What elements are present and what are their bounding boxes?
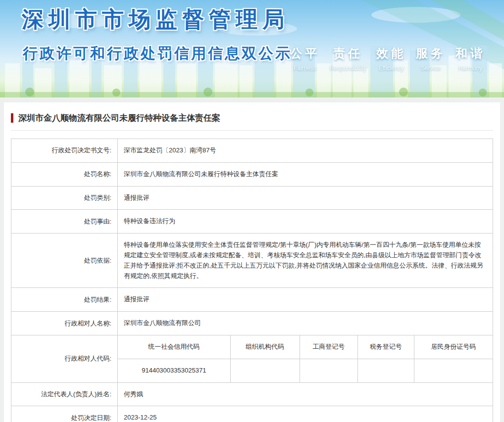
slogan-cn: 效能 bbox=[376, 46, 406, 61]
site-subtitle: 行政许可和行政处罚信用信息双公示 bbox=[23, 44, 292, 64]
code-header-tax: 税务登记号 bbox=[357, 335, 414, 359]
slogan-en: Fairness bbox=[290, 65, 320, 72]
slogan-cn: 责任 bbox=[330, 46, 366, 61]
page-title: 深圳市金八顺物流有限公司未履行特种设备主体责任案 bbox=[18, 112, 220, 124]
field-value: 特种设备使用单位落实使用安全主体责任监督管理规定/第十章场(厂)内专用机动车辆/… bbox=[118, 234, 493, 288]
slogan-item: 效能 Efficiency bbox=[376, 46, 406, 72]
slogan-cn: 公平 bbox=[290, 46, 320, 61]
party-codes-cell: 统一社会信用代码 组织机构代码 工商登记号 税务登记号 居民身份证号码 9144… bbox=[118, 335, 493, 382]
field-label: 处罚名称: bbox=[11, 162, 118, 186]
field-label: 处罚决定日期: bbox=[11, 406, 118, 422]
code-value-business bbox=[300, 359, 357, 382]
field-label: 处罚类别: bbox=[11, 186, 118, 210]
field-label: 行政处罚决定书文号: bbox=[11, 139, 118, 163]
slogan-item: 服务 Service bbox=[416, 46, 446, 72]
field-label: 行政相对人名称: bbox=[11, 312, 118, 335]
field-value: 2023-12-25 bbox=[118, 406, 493, 422]
code-value-credit: 914403003353025371 bbox=[118, 359, 230, 382]
codes-value-row: 914403003353025371 bbox=[118, 359, 493, 382]
table-row-penalty-result: 处罚结果: 通报批评 bbox=[11, 288, 493, 312]
code-value-org bbox=[230, 359, 300, 382]
table-row-party-name: 行政相对人名称: 深圳市金八顺物流有限公司 bbox=[11, 312, 493, 335]
content-panel: 深圳市金八顺物流有限公司未履行特种设备主体责任案 行政处罚决定书文号: 深市监龙… bbox=[4, 102, 500, 422]
field-label: 处罚依据: bbox=[11, 234, 118, 288]
table-row-decision-doc-no: 行政处罚决定书文号: 深市监龙处罚〔2023〕南湾87号 bbox=[11, 139, 493, 163]
slogan-cn: 服务 bbox=[416, 46, 446, 61]
slogan-en: Harmony bbox=[455, 65, 485, 72]
code-header-credit: 统一社会信用代码 bbox=[118, 335, 230, 359]
table-row-legal-rep: 法定代表人(负责人)姓名: 何秀娥 bbox=[11, 382, 493, 406]
table-row-decision-date: 处罚决定日期: 2023-12-25 bbox=[11, 406, 493, 422]
table-row-penalty-reason: 处罚事由: 特种设备违法行为 bbox=[11, 210, 493, 234]
code-value-id bbox=[414, 359, 493, 382]
party-codes-table: 统一社会信用代码 组织机构代码 工商登记号 税务登记号 居民身份证号码 9144… bbox=[118, 335, 493, 382]
field-label: 处罚事由: bbox=[11, 210, 118, 234]
slogan-en: Responsibility bbox=[330, 65, 366, 72]
field-value: 通报批评 bbox=[118, 288, 493, 312]
code-header-id: 居民身份证号码 bbox=[414, 335, 493, 359]
title-accent-bar bbox=[11, 113, 13, 123]
codes-header-row: 统一社会信用代码 组织机构代码 工商登记号 税务登记号 居民身份证号码 bbox=[118, 335, 493, 359]
field-label: 处罚结果: bbox=[11, 288, 118, 312]
field-value: 深圳市金八顺物流有限公司未履行特种设备主体责任案 bbox=[118, 162, 493, 186]
slogan-en: Efficiency bbox=[376, 65, 406, 72]
slogan-cn: 和谐 bbox=[455, 46, 485, 61]
table-row-penalty-category: 处罚类别: 通报批评 bbox=[11, 186, 493, 210]
table-row-penalty-basis: 处罚依据: 特种设备使用单位落实使用安全主体责任监督管理规定/第十章场(厂)内专… bbox=[11, 234, 493, 288]
field-label: 行政相对人代码: bbox=[11, 335, 118, 382]
site-banner: 深圳市市场监督管理局 行政许可和行政处罚信用信息双公示 公平 Fairness … bbox=[0, 0, 504, 97]
code-value-tax bbox=[357, 359, 414, 382]
slogan-group: 公平 Fairness 责任 Responsibility 效能 Efficie… bbox=[290, 46, 485, 72]
code-header-business: 工商登记号 bbox=[300, 335, 357, 359]
site-title: 深圳市市场监督管理局 bbox=[22, 5, 289, 34]
field-value: 通报批评 bbox=[118, 186, 493, 210]
field-value: 何秀娥 bbox=[118, 382, 493, 406]
page-title-bar: 深圳市金八顺物流有限公司未履行特种设备主体责任案 bbox=[11, 112, 493, 131]
slogan-item: 责任 Responsibility bbox=[330, 46, 366, 72]
code-header-org: 组织机构代码 bbox=[230, 335, 300, 359]
field-label: 法定代表人(负责人)姓名: bbox=[11, 382, 118, 406]
field-value: 特种设备违法行为 bbox=[118, 210, 493, 234]
field-value: 深圳市金八顺物流有限公司 bbox=[118, 312, 493, 335]
slogan-item: 公平 Fairness bbox=[290, 46, 320, 72]
slogan-item: 和谐 Harmony bbox=[455, 46, 485, 72]
table-row-penalty-name: 处罚名称: 深圳市金八顺物流有限公司未履行特种设备主体责任案 bbox=[11, 162, 493, 186]
penalty-info-table: 行政处罚决定书文号: 深市监龙处罚〔2023〕南湾87号 处罚名称: 深圳市金八… bbox=[11, 139, 493, 422]
slogan-en: Service bbox=[416, 65, 446, 72]
field-value: 深市监龙处罚〔2023〕南湾87号 bbox=[118, 139, 493, 163]
table-row-party-codes: 行政相对人代码: 统一社会信用代码 组织机构代码 工商登记号 税务登记号 bbox=[11, 335, 493, 382]
